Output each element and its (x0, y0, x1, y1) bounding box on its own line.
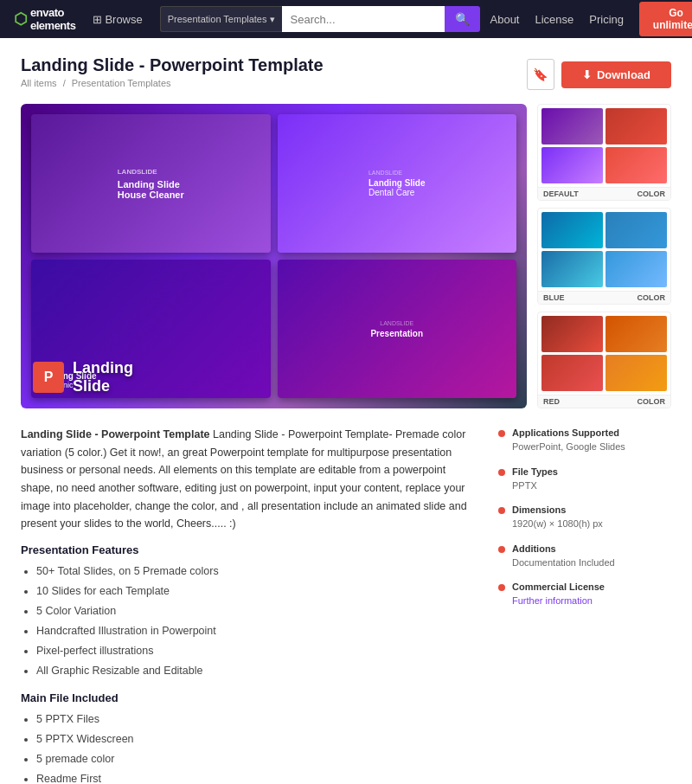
feature-item-2: 10 Slides for each Template (36, 582, 474, 600)
meta-label-license: Commercial License (512, 582, 605, 592)
main-files-list: 5 PPTX Files 5 PPTX Widescreen 5 premade… (21, 710, 474, 784)
description-left: Landing Slide - Powerpoint Template Land… (21, 426, 474, 784)
navbar: ⬡ envato elements ⊞ Browse Presentation … (0, 0, 692, 38)
thumb-label-red: RED (543, 397, 560, 406)
meta-label-dimensions: Dimensions (512, 504, 603, 515)
features-heading: Presentation Features (21, 543, 474, 556)
thumb-group-3: RED COLOR (537, 312, 671, 408)
meta-label-apps: Applications Supported (512, 427, 625, 438)
meta-dot-dimensions (498, 507, 505, 514)
preview-brand-text: LandingSlide (73, 359, 133, 396)
meta-dot-additions (498, 546, 505, 553)
thumb-label-color2: COLOR (638, 293, 666, 302)
product-title: Landing Slide - Powerpoint Template (21, 55, 324, 75)
thumb-color2-img-2[interactable] (606, 251, 667, 287)
feature-item-5: Pixel-perfect illustrations (36, 642, 474, 659)
thumb-default-img[interactable] (541, 108, 603, 145)
thumb-default-img-2[interactable] (541, 147, 603, 183)
breadcrumb-all-items[interactable]: All items (21, 78, 57, 88)
meta-item-apps: Applications Supported PowerPoint, Googl… (498, 427, 671, 454)
thumb-label-default: DEFAULT (543, 190, 579, 198)
thumb-color1-img[interactable] (606, 108, 667, 145)
feature-item-3: 5 Color Variation (36, 602, 474, 620)
nav-links: About License Pricing Go unlimited 👤 (490, 2, 693, 36)
go-unlimited-button[interactable]: Go unlimited (639, 2, 692, 36)
nav-license[interactable]: License (535, 13, 573, 26)
desc-body: Landing Slide - Powerpoint Template- Pre… (21, 428, 467, 530)
nav-about[interactable]: About (490, 13, 520, 26)
meta-item-additions: Additions Documentation Included (498, 543, 671, 570)
thumb-red-img-2[interactable] (541, 355, 603, 391)
meta-item-license: Commercial License Further information (498, 582, 671, 607)
meta-dot-license (498, 584, 505, 591)
feature-item-4: Handcrafted Illustration in Powerpoint (36, 622, 474, 639)
meta-value-additions: Documentation Included (512, 556, 615, 570)
ppt-icon: P (33, 362, 64, 393)
browse-icon: ⊞ (93, 13, 102, 26)
nav-logo[interactable]: ⬡ envato elements (14, 6, 75, 32)
feature-item-1: 50+ Total Slides, on 5 Premade colors (36, 562, 474, 580)
title-actions: 🔖 ⬇ Download (527, 59, 671, 90)
thumb-color3-img[interactable] (606, 316, 667, 352)
thumb-group-2: BLUE COLOR (537, 208, 671, 305)
thumb-group-1: DEFAULT COLOR (537, 104, 671, 201)
bookmark-button[interactable]: 🔖 (527, 59, 554, 90)
file-item-4: Readme First (36, 770, 474, 784)
desc-bold: Landing Slide - Powerpoint Template (21, 428, 210, 440)
nav-logo-text: envato elements (30, 6, 75, 32)
thumb-red-img[interactable] (541, 316, 603, 352)
thumb-blue-img[interactable] (541, 212, 603, 248)
search-input[interactable] (282, 6, 445, 32)
thumb-blue-img-2[interactable] (541, 251, 603, 287)
download-icon: ⬇ (582, 68, 592, 81)
file-item-1: 5 PPTX Files (36, 710, 474, 728)
breadcrumb-category[interactable]: Presentation Templates (72, 78, 171, 88)
meta-value-apps: PowerPoint, Google Slides (512, 440, 625, 454)
thumb-label-color1: COLOR (638, 190, 666, 198)
nav-browse-btn[interactable]: ⊞ Browse (86, 13, 149, 26)
meta-value-dimensions: 1920(w) × 1080(h) px (512, 517, 603, 531)
preview-row: LANDSLIDELanding SlideHouse Cleaner LAND… (21, 104, 671, 408)
thumb-label-color3: COLOR (638, 397, 666, 406)
nav-category-dropdown[interactable]: Presentation Templates ▾ (160, 6, 282, 32)
search-button[interactable]: 🔍 (445, 6, 480, 32)
dropdown-arrow-icon: ▾ (270, 14, 275, 25)
meta-item-filetypes: File Types PPTX (498, 466, 671, 493)
thumb-color3-img-2[interactable] (606, 355, 667, 391)
download-label: Download (597, 68, 650, 81)
feature-item-6: All Graphic Resizable and Editable (36, 662, 474, 679)
envato-icon: ⬡ (14, 10, 28, 29)
page-content: Landing Slide - Powerpoint Template All … (0, 38, 692, 784)
meta-panel: Applications Supported PowerPoint, Googl… (498, 426, 671, 784)
nav-search-container: Presentation Templates ▾ 🔍 (160, 6, 480, 32)
meta-label-filetypes: File Types (512, 466, 558, 477)
title-row: Landing Slide - Powerpoint Template All … (21, 55, 671, 90)
breadcrumb: All items / Presentation Templates (21, 78, 324, 88)
description-text: Landing Slide - Powerpoint Template Land… (21, 426, 474, 533)
thumbnail-column: DEFAULT COLOR BLUE COLOR (537, 104, 671, 408)
meta-item-dimensions: Dimensions 1920(w) × 1080(h) px (498, 504, 671, 531)
description-row: Landing Slide - Powerpoint Template Land… (21, 426, 671, 784)
meta-dot-filetypes (498, 469, 505, 476)
meta-value-filetypes: PPTX (512, 479, 558, 493)
features-list: 50+ Total Slides, on 5 Premade colors 10… (21, 562, 474, 679)
meta-dot-apps (498, 430, 505, 437)
breadcrumb-sep: / (63, 78, 66, 88)
nav-pricing[interactable]: Pricing (589, 13, 624, 26)
download-button[interactable]: ⬇ Download (561, 61, 671, 88)
thumb-label-blue: BLUE (543, 293, 565, 302)
main-preview: LANDSLIDELanding SlideHouse Cleaner LAND… (21, 104, 527, 408)
preview-branding: P LandingSlide (33, 359, 133, 396)
category-label: Presentation Templates (168, 14, 267, 24)
thumb-color1-img-2[interactable] (606, 147, 667, 183)
file-item-2: 5 PPTX Widescreen (36, 730, 474, 748)
meta-label-additions: Additions (512, 543, 615, 554)
thumb-color2-img[interactable] (606, 212, 667, 248)
main-file-heading: Main File Included (21, 691, 474, 704)
meta-link-license[interactable]: Further information (512, 595, 593, 606)
file-item-3: 5 premade color (36, 750, 474, 768)
